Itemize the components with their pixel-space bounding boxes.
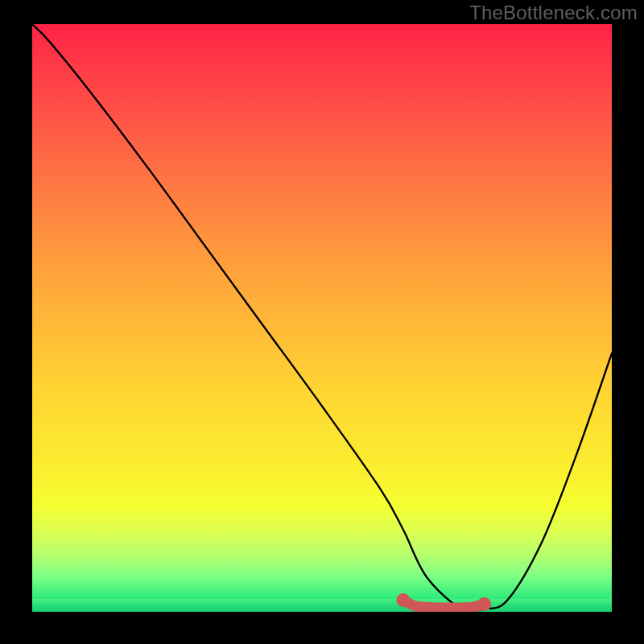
optimal-range-line [403, 600, 485, 608]
plot-area [32, 24, 612, 612]
chart-frame: TheBottleneck.com [0, 0, 644, 644]
watermark-text: TheBottleneck.com [469, 2, 638, 24]
optimal-range-endpoint [396, 593, 410, 607]
optimal-range-endpoint [477, 597, 491, 611]
curve-layer [32, 24, 612, 612]
bottleneck-curve [32, 24, 612, 612]
